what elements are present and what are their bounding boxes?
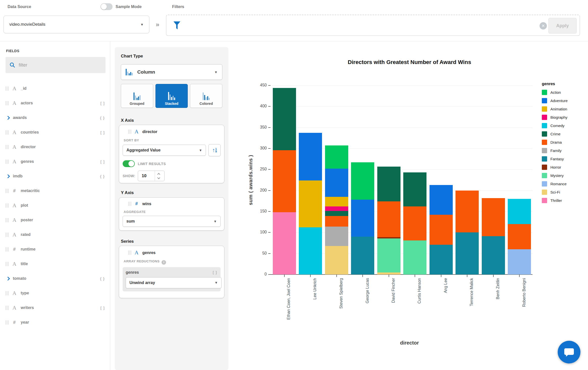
stacked-button[interactable]: Stacked [155,84,188,108]
field-row-writers[interactable]: Awriters[ ] [0,300,110,315]
field-name: genres [21,159,34,164]
string-type-icon: A [11,202,18,209]
drag-handle-icon[interactable] [128,251,131,255]
legend-item-crime: Crime [542,130,568,138]
field-row-actors[interactable]: Aactors[ ] [0,96,110,110]
bar-segment-fantasy [456,232,479,274]
field-row-countries[interactable]: Acountries[ ] [0,125,110,140]
field-row-year[interactable]: #year [0,315,110,330]
legend-label: Horror [550,165,561,169]
number-type-icon: # [11,247,18,252]
y-tick-label: 100 [252,230,267,234]
field-name: awards [13,115,27,120]
legend-label: Fantasy [550,157,564,161]
bar-segment-thriller [273,212,296,274]
field-row-title[interactable]: Atitle [0,257,110,271]
chart-panel: Directors with Greatest Number of Award … [231,41,588,370]
number-type-icon: # [11,320,18,325]
drag-handle-icon[interactable] [128,202,131,206]
field-row-poster[interactable]: Aposter [0,213,110,227]
chat-bubble-icon [564,347,575,358]
bar-segment-drama [508,224,531,249]
field-row-imdb[interactable]: imdb{ } [0,169,110,183]
field-row-awards[interactable]: awards{ } [0,110,110,125]
colored-button[interactable]: Colored [190,84,222,108]
reduction-select[interactable]: Unwind array ▼ [126,277,222,288]
intercom-chat-button[interactable] [558,341,580,363]
bar-segment-biography [325,206,348,211]
field-row-runtime[interactable]: #runtime [0,242,110,257]
field-name: imdb [13,174,22,178]
gridline [271,106,532,107]
drag-handle-icon [6,247,9,252]
field-name: type [21,291,29,295]
field-search-box[interactable] [6,57,105,73]
legend-swatch [542,198,547,203]
chevron-right-icon[interactable] [6,276,10,281]
number-stepper[interactable] [155,171,162,181]
field-filter-input[interactable] [19,63,94,68]
chart-variant-row: Grouped Stacked Colored [121,84,222,108]
x-axis-field[interactable]: A director [123,129,221,135]
field-row-plot[interactable]: Aplot [0,198,110,213]
field-row-genres[interactable]: Agenres[ ] [0,154,110,169]
legend-item-horror: Horror [542,163,568,171]
drag-handle-icon [6,189,9,193]
info-icon[interactable]: i [162,260,166,265]
aggregate-select[interactable]: sum ▼ [123,216,221,227]
legend-label: Biography [550,115,568,119]
x-tick-mark [310,275,311,277]
apply-button[interactable]: Apply [548,18,577,34]
string-type-icon: A [11,305,18,311]
field-row-_id[interactable]: A_id [0,81,110,96]
field-name: runtime [21,247,36,252]
field-row-tomato[interactable]: tomato{ } [0,271,110,286]
chart-type-select[interactable]: Column ▼ [121,64,222,80]
field-row-type[interactable]: Atype [0,286,110,300]
legend-item-mystery: Mystery [542,171,568,180]
collapse-chevrons-icon[interactable]: » [156,21,159,28]
sort-order-button[interactable]: ↑ 1 9 [208,144,221,156]
legend-swatch [542,165,547,170]
y-axis-field[interactable]: # wins [123,201,221,206]
drag-handle-icon[interactable] [128,130,131,134]
show-count-value[interactable] [138,173,155,178]
sort-by-select[interactable]: Aggregated Value ▼ [123,145,206,156]
clear-filter-icon[interactable]: ✕ [540,22,547,29]
bar-segment-fantasy [482,236,505,274]
field-name: year [21,320,29,325]
x-axis-title: director [231,340,588,346]
object-badge-icon: { } [100,276,105,281]
bar-segment-action [351,162,374,200]
field-row-rated[interactable]: Arated [0,227,110,242]
array-reductions-label: ARRAY REDUCTIONSi [124,259,221,265]
reduction-field-name: genres [126,270,139,274]
legend-swatch [542,156,547,162]
chevron-right-icon[interactable] [6,116,10,120]
limit-results-toggle[interactable] [123,160,135,167]
legend-label: Thriller [550,198,562,203]
bar-segment-drama [273,150,296,212]
chevron-right-icon[interactable] [6,174,10,178]
filters-drop-area[interactable]: ✕ Apply [166,15,580,36]
y-tick-label: 150 [252,209,267,213]
field-row-director[interactable]: Adirector [0,140,110,154]
string-type-icon: A [11,85,18,92]
legend-swatch [542,90,547,95]
chart-legend: genres ActionAdventureAnimationBiography… [542,82,568,205]
y-tick-mark [268,169,271,170]
bar-segment-fantasy [351,237,374,274]
search-icon [10,62,15,68]
grouped-button[interactable]: Grouped [121,84,153,108]
field-name: tomato [13,276,26,281]
legend-swatch [542,181,547,187]
series-field[interactable]: A genres [123,250,221,256]
bar-segment-adventure [325,169,348,197]
data-source-select[interactable]: video.movieDetails ▼ [4,16,149,33]
bar-segment-fantasy [430,245,453,274]
sample-mode-toggle[interactable] [100,3,113,10]
bar-segment-romance [508,249,531,274]
field-row-metacritic[interactable]: #metacritic [0,183,110,198]
legend-item-fantasy: Fantasy [542,155,568,163]
bar-segment-action [325,145,348,169]
